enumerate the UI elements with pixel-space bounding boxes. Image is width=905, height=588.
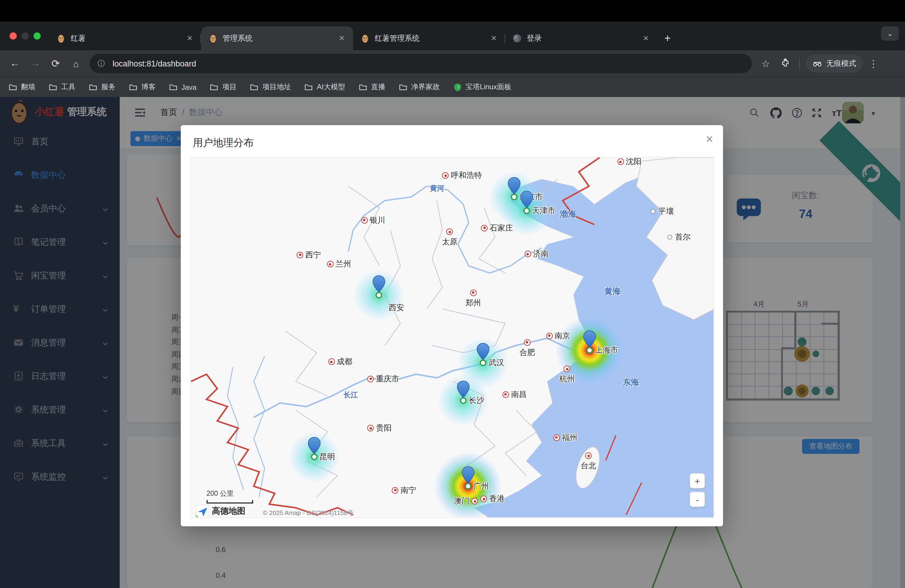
- map-attribution: © 2025 Amap - GS(2024)1158号: [263, 509, 353, 517]
- site-info-icon[interactable]: ⓘ: [94, 56, 109, 71]
- close-window-button[interactable]: [10, 32, 17, 40]
- tab-title: 红薯管理系统: [375, 33, 484, 43]
- tab-title: 管理系统: [223, 33, 332, 43]
- traffic-lights: [0, 22, 49, 50]
- map-pin-icon: [372, 275, 386, 296]
- city-label: 合肥: [519, 347, 535, 358]
- city-label: 南宁: [401, 485, 416, 496]
- browser-menu-icon[interactable]: ⋮: [869, 58, 878, 69]
- url-text: localhost:81/dashboard: [113, 59, 196, 68]
- map-scale-label: 200 公里: [206, 489, 234, 498]
- browser-tab-管理系统[interactable]: 管理系统✕: [201, 26, 353, 50]
- address-bar[interactable]: ⓘ localhost:81/dashboard: [90, 54, 752, 73]
- folder-icon: [129, 83, 138, 92]
- globe-favicon-icon: [512, 33, 522, 43]
- incognito-badge: 无痕模式: [806, 54, 864, 72]
- bookmark-翻墙[interactable]: 翻墙: [8, 82, 35, 92]
- bookmark-label: 博客: [141, 82, 156, 92]
- amap-logo[interactable]: 高德地图: [196, 505, 245, 518]
- window-top-bar: [0, 0, 905, 22]
- tab-close-icon[interactable]: ✕: [337, 34, 347, 43]
- modal-close-icon[interactable]: ✕: [705, 133, 713, 145]
- browser-tab-红薯管理系统[interactable]: 红薯管理系统✕: [353, 26, 505, 50]
- map-zoom-in-button[interactable]: +: [689, 473, 705, 489]
- bookmark-宝塔Linux面板[interactable]: 宝塔Linux面板: [453, 82, 511, 92]
- city-label: 澳门: [454, 496, 470, 507]
- city-dot-icon: [367, 425, 374, 432]
- bookmark-label: AI大模型: [317, 82, 345, 92]
- city-label: 贵阳: [376, 423, 391, 434]
- incognito-label: 无痕模式: [826, 58, 856, 68]
- city-label: 长沙: [468, 396, 484, 406]
- forward-button[interactable]: →: [25, 57, 46, 70]
- city-label: 太原: [442, 237, 457, 247]
- bookmark-label: 直播: [371, 82, 385, 92]
- potato-favicon-icon: [56, 33, 66, 43]
- sea-label-黄海: 黄海: [605, 286, 621, 297]
- city-label: 成都: [337, 357, 352, 367]
- tab-title: 红薯: [71, 33, 179, 43]
- bookmark-直播[interactable]: 直播: [358, 82, 385, 92]
- river-label-长江: 长江: [344, 390, 358, 400]
- tab-title: 登录: [527, 33, 636, 43]
- map-pin-icon: [457, 380, 470, 401]
- browser-tab-红薯[interactable]: 红薯✕: [49, 26, 201, 50]
- city-dot-minor-icon: [667, 235, 672, 240]
- bookmark-label: 项目地址: [262, 82, 291, 92]
- back-button[interactable]: ←: [5, 57, 25, 70]
- map-pin-icon: [508, 177, 521, 197]
- city-label: 首尔: [675, 232, 691, 243]
- bookmark-label: 项目: [222, 82, 237, 92]
- maximize-window-button[interactable]: [33, 32, 41, 40]
- city-dot-icon: [585, 452, 592, 459]
- city-label: 天津市: [532, 205, 556, 216]
- reload-button[interactable]: ⟳: [46, 57, 66, 70]
- bookmark-label: Java: [181, 83, 197, 91]
- new-tab-button[interactable]: +: [657, 26, 678, 50]
- city-dot-icon: [502, 391, 509, 397]
- city-dot-icon: [617, 158, 624, 165]
- tab-close-icon[interactable]: ✕: [640, 34, 651, 43]
- city-dot-icon: [524, 339, 530, 345]
- bookmark-博客[interactable]: 博客: [129, 82, 156, 92]
- potato-favicon-icon: [360, 33, 370, 43]
- bookmark-工具[interactable]: 工具: [49, 82, 75, 92]
- tab-strip: 红薯✕管理系统✕红薯管理系统✕登录✕ + ⌄: [0, 22, 905, 50]
- map-pin-icon: [583, 330, 596, 350]
- city-dot-icon: [564, 366, 570, 372]
- browser-tab-登录[interactable]: 登录✕: [505, 26, 657, 50]
- bookmark-项目地址[interactable]: 项目地址: [250, 82, 291, 92]
- bookmark-项目[interactable]: 项目: [210, 82, 237, 92]
- bookmark-AI大模型[interactable]: AI大模型: [304, 82, 345, 92]
- shield-icon: [453, 82, 462, 92]
- city-label: 福州: [562, 432, 578, 443]
- folder-icon: [358, 83, 367, 92]
- bookmark-净界家政[interactable]: 净界家政: [399, 82, 440, 92]
- city-label: 广州: [473, 480, 489, 491]
- city-dot-icon: [480, 496, 487, 502]
- city-label: 郑州: [465, 297, 481, 308]
- city-label: 兰州: [336, 259, 351, 270]
- tab-close-icon[interactable]: ✕: [184, 34, 195, 43]
- bookmark-star-icon[interactable]: ☆: [761, 58, 770, 69]
- folder-icon: [250, 83, 259, 92]
- bookmark-Java[interactable]: Java: [169, 83, 197, 92]
- folder-icon: [210, 83, 219, 92]
- amap-canvas[interactable]: 黄河长江渤海黄海东海呼和浩特沈阳北京市天津市平壤首尔银川石家庄太原西宁兰州济南郑…: [191, 157, 714, 518]
- potato-favicon-icon: [208, 33, 218, 43]
- map-zoom-out-button[interactable]: -: [689, 492, 705, 507]
- folder-icon: [169, 83, 178, 92]
- city-dot-icon: [553, 434, 560, 441]
- city-dot-icon: [446, 229, 453, 235]
- bookmark-label: 翻墙: [21, 82, 35, 92]
- bookmark-服务[interactable]: 服务: [89, 82, 116, 92]
- bookmark-label: 净界家政: [411, 82, 440, 92]
- bookmark-label: 服务: [101, 82, 116, 92]
- extensions-icon[interactable]: [781, 58, 791, 69]
- minimize-window-button[interactable]: [22, 32, 29, 40]
- home-button[interactable]: ⌂: [66, 58, 86, 68]
- tab-search-chevron-icon[interactable]: ⌄: [881, 26, 899, 41]
- tab-close-icon[interactable]: ✕: [488, 34, 499, 43]
- city-dot-icon: [327, 261, 334, 268]
- bookmark-label: 宝塔Linux面板: [465, 82, 511, 92]
